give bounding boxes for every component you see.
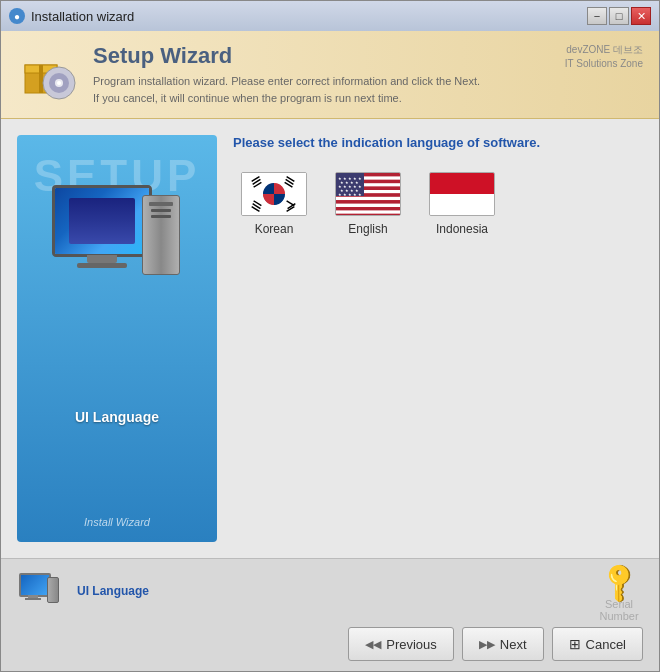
computer-tower bbox=[142, 195, 180, 275]
language-name-indonesia: Indonesia bbox=[436, 222, 488, 236]
svg-rect-28 bbox=[336, 197, 401, 200]
language-name-english: English bbox=[348, 222, 387, 236]
footer-buttons: ◀◀ Previous ▶▶ Next ⊞ Cancel bbox=[17, 627, 643, 661]
us-flag-graphic: ★ ★ ★ ★ ★ ★ ★ ★ ★ ★ ★ ★ ★ ★ ★ ★ ★ ★ ★ ★ … bbox=[336, 173, 401, 216]
mini-screen bbox=[21, 575, 49, 595]
svg-rect-31 bbox=[336, 207, 401, 210]
cancel-icon: ⊞ bbox=[569, 636, 581, 652]
footer-step-label: UI Language bbox=[77, 584, 583, 598]
previous-label: Previous bbox=[386, 637, 437, 652]
mini-tower bbox=[47, 577, 59, 603]
next-label: Next bbox=[500, 637, 527, 652]
flag-id-red bbox=[430, 173, 494, 194]
language-option-indonesia[interactable]: Indonesia bbox=[421, 166, 503, 242]
serial-number-area: 🔑 Serial Number bbox=[595, 569, 643, 617]
header-text-area: Setup Wizard Program installation wizard… bbox=[93, 43, 549, 106]
previous-button[interactable]: ◀◀ Previous bbox=[348, 627, 454, 661]
svg-rect-32 bbox=[336, 210, 401, 213]
instruction-text: Please select the indication language of… bbox=[233, 135, 643, 150]
cancel-button[interactable]: ⊞ Cancel bbox=[552, 627, 643, 661]
screen-content bbox=[69, 198, 135, 244]
next-arrow: ▶▶ bbox=[479, 638, 495, 651]
flag-indonesia bbox=[429, 172, 495, 216]
title-bar-left: ● Installation wizard bbox=[9, 8, 134, 24]
footer-step-icon bbox=[17, 569, 65, 617]
header-brand: devZONE 데브조 IT Solutions Zone bbox=[565, 43, 643, 71]
previous-arrow: ◀◀ bbox=[365, 638, 381, 651]
svg-point-8 bbox=[263, 183, 284, 204]
language-name-korean: Korean bbox=[255, 222, 294, 236]
header-description: Program installation wizard. Please ente… bbox=[93, 73, 549, 106]
svg-text:★ ★ ★ ★ ★: ★ ★ ★ ★ ★ bbox=[338, 192, 362, 197]
flag-english: ★ ★ ★ ★ ★ ★ ★ ★ ★ ★ ★ ★ ★ ★ ★ ★ ★ ★ ★ ★ … bbox=[335, 172, 401, 216]
language-option-korean[interactable]: Korean bbox=[233, 166, 315, 242]
svg-rect-29 bbox=[336, 200, 401, 203]
tower-detail bbox=[149, 202, 173, 206]
flag-id-white bbox=[430, 194, 494, 215]
main-content: SETUP UI Language Install Wizard bbox=[1, 119, 659, 558]
title-buttons: − □ ✕ bbox=[587, 7, 651, 25]
close-button[interactable]: ✕ bbox=[631, 7, 651, 25]
footer: UI Language 🔑 Serial Number ◀◀ Previous … bbox=[1, 558, 659, 671]
flag-korean bbox=[241, 172, 307, 216]
header-banner: Setup Wizard Program installation wizard… bbox=[1, 31, 659, 119]
next-button[interactable]: ▶▶ Next bbox=[462, 627, 544, 661]
install-wizard-label: Install Wizard bbox=[84, 516, 150, 528]
svg-rect-2 bbox=[39, 65, 43, 93]
tower-disc bbox=[151, 209, 171, 212]
minimize-button[interactable]: − bbox=[587, 7, 607, 25]
indonesia-flag-graphic bbox=[430, 173, 494, 215]
footer-progress: UI Language 🔑 Serial Number bbox=[17, 569, 643, 617]
monitor-stand bbox=[87, 255, 117, 263]
monitor bbox=[52, 185, 152, 257]
korean-flag-graphic bbox=[242, 173, 306, 215]
installation-wizard-window: ● Installation wizard − □ ✕ Se bbox=[0, 0, 660, 672]
window-title: Installation wizard bbox=[31, 9, 134, 24]
title-bar: ● Installation wizard − □ ✕ bbox=[1, 1, 659, 31]
mini-base bbox=[25, 598, 41, 600]
left-panel: SETUP UI Language Install Wizard bbox=[17, 135, 217, 542]
svg-rect-33 bbox=[336, 214, 401, 216]
monitor-base bbox=[77, 263, 127, 268]
computer-image bbox=[52, 185, 182, 305]
right-panel: Please select the indication language of… bbox=[233, 135, 643, 542]
language-options: Korean bbox=[233, 166, 643, 242]
svg-rect-30 bbox=[336, 204, 401, 207]
header-title: Setup Wizard bbox=[93, 43, 549, 69]
setup-wizard-icon bbox=[17, 45, 77, 105]
progress-area: UI Language bbox=[77, 584, 583, 602]
svg-rect-7 bbox=[242, 173, 306, 215]
restore-button[interactable]: □ bbox=[609, 7, 629, 25]
tower-disc-2 bbox=[151, 215, 171, 218]
svg-point-6 bbox=[57, 81, 61, 85]
cancel-label: Cancel bbox=[586, 637, 626, 652]
window-icon: ● bbox=[9, 8, 25, 24]
language-option-english[interactable]: ★ ★ ★ ★ ★ ★ ★ ★ ★ ★ ★ ★ ★ ★ ★ ★ ★ ★ ★ ★ … bbox=[327, 166, 409, 242]
left-panel-label: UI Language bbox=[75, 409, 159, 425]
monitor-screen bbox=[55, 188, 149, 254]
